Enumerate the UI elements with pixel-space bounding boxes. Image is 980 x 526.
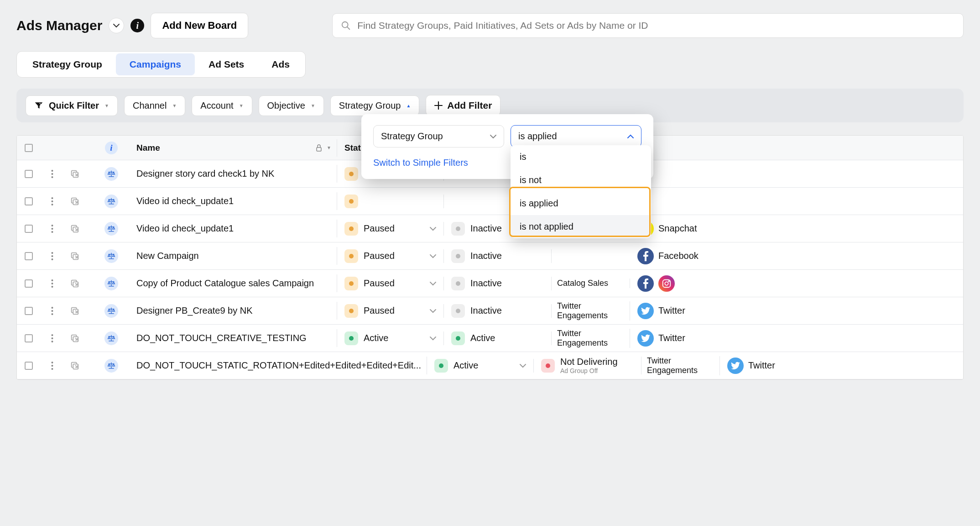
tab-strategy-group[interactable]: Strategy Group xyxy=(19,53,116,75)
row-duplicate-button[interactable] xyxy=(63,279,86,289)
status-text: Active xyxy=(454,360,478,371)
campaign-name[interactable]: DO_NOT_TOUCH_CREATIVE_TESTING xyxy=(136,329,337,347)
row-checkbox[interactable] xyxy=(25,334,33,342)
quick-filter-button[interactable]: Quick Filter ▼ xyxy=(26,95,118,116)
dropdown-option-is-not-applied[interactable]: is not applied xyxy=(511,215,651,238)
row-actions-button[interactable] xyxy=(41,197,63,206)
row-duplicate-button[interactable] xyxy=(63,196,86,206)
lock-icon xyxy=(316,144,322,152)
status-indicator xyxy=(451,222,465,236)
filter-label: Account xyxy=(200,100,233,111)
row-duplicate-button[interactable] xyxy=(63,251,86,261)
dropdown-option-is[interactable]: is xyxy=(511,145,651,168)
caret-down-icon: ▼ xyxy=(239,103,244,108)
balance-icon xyxy=(104,195,118,208)
caret-down-icon[interactable]: ▼ xyxy=(327,145,331,150)
row-checkbox[interactable] xyxy=(25,307,33,315)
campaign-name[interactable]: Video id check_update1 xyxy=(136,192,337,210)
status-dropdown[interactable] xyxy=(430,309,436,313)
svg-point-13 xyxy=(51,231,53,233)
row-actions-button[interactable] xyxy=(41,334,63,343)
table-row: New Campaign Paused Inactive Facebook xyxy=(17,242,963,270)
svg-point-19 xyxy=(51,279,53,281)
svg-point-11 xyxy=(51,225,53,226)
row-actions-button[interactable] xyxy=(41,361,63,370)
row-duplicate-button[interactable] xyxy=(63,169,86,179)
svg-point-4 xyxy=(51,173,53,175)
row-actions-button[interactable] xyxy=(41,224,63,233)
row-duplicate-button[interactable] xyxy=(63,306,86,316)
add-filter-button[interactable]: Add Filter xyxy=(426,95,500,116)
svg-point-34 xyxy=(51,362,53,363)
filter-account[interactable]: Account ▼ xyxy=(192,95,252,116)
campaign-name[interactable]: DO_NOT_TOUCH_STATIC_ROTATION+Edited+Edit… xyxy=(136,357,427,374)
select-all-checkbox[interactable] xyxy=(25,144,33,152)
channel-name: Facebook xyxy=(658,251,699,261)
status-indicator xyxy=(451,331,465,345)
info-icon[interactable]: i xyxy=(105,142,118,154)
status-indicator xyxy=(451,277,465,290)
twitter-icon xyxy=(637,330,654,347)
row-checkbox[interactable] xyxy=(25,197,33,205)
filter-channel[interactable]: Channel ▼ xyxy=(124,95,185,116)
campaign-name[interactable]: Video id check_update1 xyxy=(136,220,337,237)
header: Ads Manager i Add New Board xyxy=(0,0,980,46)
objective-cell: Twitter Engagements xyxy=(552,329,630,348)
status-dropdown[interactable] xyxy=(520,363,526,368)
status-indicator xyxy=(344,167,358,181)
row-actions-button[interactable] xyxy=(41,252,63,261)
campaign-name[interactable]: Copy of Product Catalogue sales Campaign xyxy=(136,274,337,292)
tab-ads[interactable]: Ads xyxy=(258,53,303,75)
row-duplicate-button[interactable] xyxy=(63,224,86,234)
tab-ad-sets[interactable]: Ad Sets xyxy=(195,53,258,75)
search-input-wrap[interactable] xyxy=(332,13,964,38)
balance-icon xyxy=(104,359,118,373)
row-duplicate-button[interactable] xyxy=(63,333,86,343)
row-actions-button[interactable] xyxy=(41,279,63,288)
status-dropdown[interactable] xyxy=(430,336,436,341)
dropdown-option-is-applied[interactable]: is applied xyxy=(511,192,651,215)
row-checkbox[interactable] xyxy=(25,170,33,178)
status-dropdown[interactable] xyxy=(430,254,436,258)
status-indicator xyxy=(344,195,358,208)
filter-operator-select[interactable]: is applied xyxy=(511,125,641,147)
search-icon xyxy=(341,21,351,31)
title-dropdown-button[interactable] xyxy=(109,18,124,33)
table-row: DO_NOT_TOUCH_CREATIVE_TESTING Active Act… xyxy=(17,325,963,352)
row-duplicate-button[interactable] xyxy=(63,361,86,371)
filter-objective[interactable]: Objective ▼ xyxy=(259,95,324,116)
instagram-icon xyxy=(658,275,675,292)
info-icon[interactable]: i xyxy=(130,19,144,32)
campaign-name[interactable]: Designer PB_Create9 by NK xyxy=(136,302,337,320)
facebook-icon xyxy=(637,275,654,292)
filter-strategy-group[interactable]: Strategy Group ▲ xyxy=(330,95,420,116)
page-title: Ads Manager xyxy=(16,18,102,33)
effective-status-text: Inactive xyxy=(470,305,502,316)
objective-cell: Twitter Engagements xyxy=(552,301,630,321)
add-filter-label: Add Filter xyxy=(447,100,492,111)
row-actions-button[interactable] xyxy=(41,306,63,316)
tab-campaigns[interactable]: Campaigns xyxy=(116,53,195,75)
campaign-name[interactable]: Designer story card check1 by NK xyxy=(136,165,337,183)
quick-filter-label: Quick Filter xyxy=(49,100,99,111)
svg-point-15 xyxy=(51,252,53,254)
dropdown-option-is-not[interactable]: is not xyxy=(511,168,651,192)
status-dropdown[interactable] xyxy=(430,226,436,231)
balance-icon xyxy=(104,304,118,318)
objective-cell: Twitter Engagements xyxy=(641,356,720,375)
row-actions-button[interactable] xyxy=(41,169,63,179)
filter-field-select[interactable]: Strategy Group xyxy=(373,125,504,147)
row-checkbox[interactable] xyxy=(25,279,33,288)
status-subtext: Ad Group Off xyxy=(560,367,618,374)
svg-point-8 xyxy=(51,200,53,202)
row-checkbox[interactable] xyxy=(25,362,33,370)
add-new-board-button[interactable]: Add New Board xyxy=(151,13,248,38)
row-checkbox[interactable] xyxy=(25,225,33,233)
campaign-name[interactable]: New Campaign xyxy=(136,247,337,265)
chevron-down-icon xyxy=(490,134,496,139)
column-header-name[interactable]: Name xyxy=(136,143,160,153)
status-dropdown[interactable] xyxy=(430,281,436,286)
twitter-icon xyxy=(727,358,744,374)
row-checkbox[interactable] xyxy=(25,252,33,260)
search-input[interactable] xyxy=(357,20,955,31)
